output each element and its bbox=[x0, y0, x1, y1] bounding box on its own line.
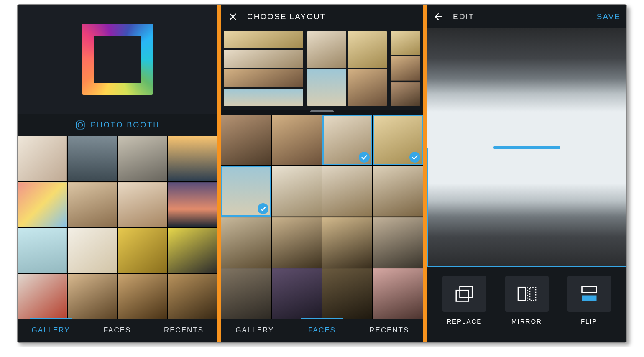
replace-button[interactable]: REPLACE bbox=[439, 276, 489, 325]
face-thumb[interactable] bbox=[272, 217, 322, 268]
gallery-thumb[interactable] bbox=[118, 274, 167, 319]
gallery-thumb[interactable] bbox=[118, 228, 167, 273]
screen-title: CHOOSE LAYOUT bbox=[247, 12, 326, 21]
face-thumb[interactable] bbox=[322, 166, 372, 216]
top-bar: CHOOSE LAYOUT bbox=[221, 5, 423, 28]
svg-point-1 bbox=[78, 123, 82, 128]
screen-gallery: PHOTO BOOTH GALLERY FACES RECENTS bbox=[18, 5, 217, 342]
gallery-thumb[interactable] bbox=[68, 274, 117, 319]
check-icon bbox=[359, 152, 370, 163]
back-icon[interactable] bbox=[433, 11, 445, 23]
face-thumb[interactable] bbox=[373, 217, 423, 268]
face-thumb[interactable] bbox=[272, 268, 322, 319]
check-icon bbox=[409, 152, 420, 163]
edit-canvas bbox=[427, 28, 626, 267]
face-thumb[interactable] bbox=[221, 166, 271, 216]
face-thumb[interactable] bbox=[322, 115, 372, 165]
layout-option[interactable] bbox=[224, 31, 303, 106]
svg-rect-4 bbox=[518, 287, 526, 301]
face-thumb[interactable] bbox=[272, 115, 322, 165]
edit-tool-bar: REPLACE MIRROR bbox=[427, 267, 626, 342]
replace-icon bbox=[442, 276, 486, 312]
svg-rect-8 bbox=[582, 296, 596, 301]
gallery-thumb[interactable] bbox=[68, 228, 117, 273]
tool-label: FLIP bbox=[581, 318, 598, 325]
camera-icon bbox=[75, 120, 86, 130]
gallery-thumb[interactable] bbox=[68, 136, 117, 181]
check-icon bbox=[258, 203, 268, 214]
panel-divider bbox=[217, 5, 221, 342]
face-thumb[interactable] bbox=[373, 115, 423, 165]
flip-icon bbox=[567, 276, 611, 312]
mirror-button[interactable]: MIRROR bbox=[502, 276, 552, 325]
gallery-thumb[interactable] bbox=[168, 182, 217, 227]
drag-handle-icon[interactable] bbox=[310, 110, 334, 112]
svg-rect-2 bbox=[460, 287, 473, 298]
tab-faces[interactable]: FACES bbox=[84, 319, 151, 342]
face-thumb[interactable] bbox=[373, 268, 423, 319]
gallery-grid bbox=[18, 136, 217, 319]
screen-choose-layout: CHOOSE LAYOUT bbox=[221, 5, 423, 342]
collage-preview[interactable] bbox=[427, 28, 626, 267]
flip-button[interactable]: FLIP bbox=[564, 276, 614, 325]
tab-faces[interactable]: FACES bbox=[289, 319, 356, 342]
gallery-thumb[interactable] bbox=[118, 182, 167, 227]
face-thumb[interactable] bbox=[221, 115, 271, 165]
photo-booth-button[interactable]: PHOTO BOOTH bbox=[18, 114, 217, 136]
mirror-icon bbox=[505, 276, 549, 312]
gallery-thumb[interactable] bbox=[18, 182, 67, 227]
top-bar: EDIT SAVE bbox=[427, 5, 626, 28]
face-thumb[interactable] bbox=[221, 217, 271, 268]
layout-option[interactable] bbox=[307, 31, 387, 106]
screen-title: EDIT bbox=[453, 12, 474, 21]
layout-app-logo bbox=[82, 24, 153, 95]
panel-divider bbox=[423, 5, 427, 342]
svg-rect-3 bbox=[456, 290, 469, 301]
photo-booth-label: PHOTO BOOTH bbox=[91, 121, 160, 130]
gallery-thumb[interactable] bbox=[168, 136, 217, 181]
gallery-thumb[interactable] bbox=[18, 228, 67, 273]
svg-rect-6 bbox=[530, 287, 536, 301]
tab-recents[interactable]: RECENTS bbox=[151, 319, 217, 342]
face-thumb[interactable] bbox=[272, 166, 322, 216]
tab-gallery[interactable]: GALLERY bbox=[221, 319, 289, 342]
face-thumb[interactable] bbox=[221, 268, 271, 319]
close-icon[interactable] bbox=[227, 11, 239, 23]
gallery-thumb[interactable] bbox=[118, 136, 167, 181]
app-logo-hero bbox=[18, 5, 217, 114]
faces-grid bbox=[221, 115, 423, 319]
face-thumb[interactable] bbox=[322, 268, 372, 319]
bottom-tab-bar: GALLERY FACES RECENTS bbox=[18, 319, 217, 342]
tab-recents[interactable]: RECENTS bbox=[355, 319, 423, 342]
bottom-tab-bar: GALLERY FACES RECENTS bbox=[221, 319, 423, 342]
collage-cell-top[interactable] bbox=[427, 28, 626, 148]
layout-option[interactable] bbox=[391, 31, 420, 106]
gallery-thumb[interactable] bbox=[18, 274, 67, 319]
layout-options-strip[interactable] bbox=[221, 28, 423, 110]
face-thumb[interactable] bbox=[322, 217, 372, 268]
tool-label: MIRROR bbox=[511, 318, 542, 325]
save-button[interactable]: SAVE bbox=[597, 12, 621, 21]
gallery-thumb[interactable] bbox=[68, 182, 117, 227]
face-thumb[interactable] bbox=[373, 166, 423, 216]
collage-cell-bottom[interactable] bbox=[427, 148, 626, 267]
gallery-thumb[interactable] bbox=[168, 274, 217, 319]
svg-rect-7 bbox=[582, 287, 596, 293]
tool-label: REPLACE bbox=[447, 318, 482, 325]
svg-rect-0 bbox=[76, 121, 84, 129]
tab-gallery[interactable]: GALLERY bbox=[18, 319, 84, 342]
gallery-thumb[interactable] bbox=[168, 228, 217, 273]
screen-edit: EDIT SAVE REPLACE bbox=[427, 5, 626, 342]
gallery-thumb[interactable] bbox=[18, 136, 67, 181]
